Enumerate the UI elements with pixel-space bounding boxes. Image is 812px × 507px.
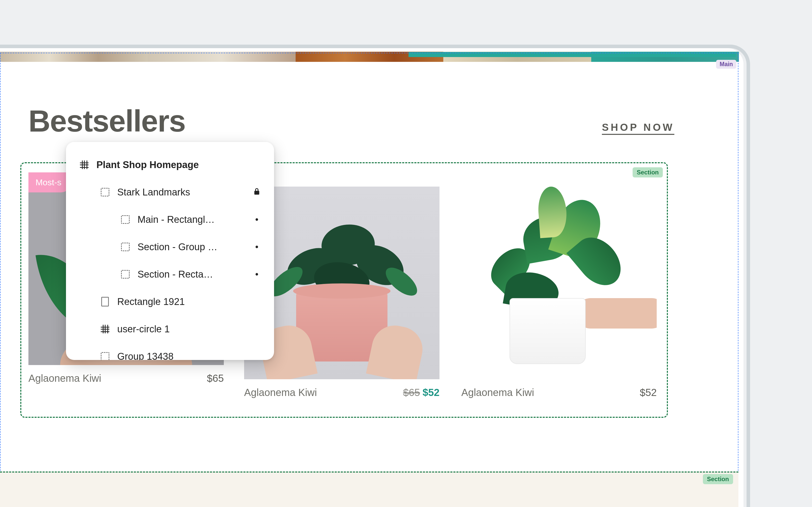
- product-price-old: $65: [403, 387, 420, 398]
- product-name: Aglaonema Kiwi: [244, 387, 317, 398]
- frame-icon: [99, 325, 111, 333]
- layer-label: Section - Group …: [138, 241, 252, 252]
- section-region-tag: Section: [632, 167, 663, 177]
- product-card[interactable]: Aglaonema Kiwi $52: [461, 186, 657, 398]
- layer-label: user-circle 1: [117, 324, 262, 335]
- layer-row[interactable]: Section - Group …: [66, 233, 274, 261]
- product-name: Aglaonema Kiwi: [461, 387, 534, 398]
- group-icon: [99, 188, 111, 196]
- group-icon: [119, 270, 132, 279]
- layer-label: Stark Landmarks: [117, 187, 252, 198]
- layer-row[interactable]: Stark Landmarks: [66, 178, 274, 206]
- lock-icon: [252, 187, 262, 198]
- dot-icon: [252, 214, 262, 225]
- layer-label: Plant Shop Homepage: [96, 160, 262, 170]
- dot-icon: [252, 241, 262, 252]
- layer-label: Group 13438: [117, 351, 262, 360]
- layer-row[interactable]: Group 13438: [66, 343, 274, 360]
- layer-row-root[interactable]: Plant Shop Homepage: [66, 151, 274, 178]
- product-image: [461, 186, 657, 379]
- layer-label: Section - Recta…: [138, 269, 252, 280]
- layer-row[interactable]: user-circle 1: [66, 315, 274, 343]
- dot-icon: [252, 269, 262, 280]
- page-title: Bestsellers: [29, 103, 185, 138]
- layer-row[interactable]: Section - Recta…: [66, 261, 274, 288]
- layer-label: Rectangle 1921: [117, 296, 262, 307]
- layer-label: Main - Rectangl…: [138, 214, 252, 225]
- product-price: $65: [207, 373, 224, 384]
- layer-tree-popover[interactable]: Plant Shop Homepage Stark Landmarks Main…: [66, 142, 274, 360]
- product-name: Aglaonema Kiwi: [29, 373, 101, 384]
- layer-row[interactable]: Rectangle 1921: [66, 288, 274, 315]
- bestseller-badge: Most-s: [29, 172, 71, 192]
- layer-row[interactable]: Main - Rectangl…: [66, 206, 274, 233]
- rectangle-icon: [99, 297, 111, 306]
- main-region-tag: Main: [716, 60, 737, 69]
- product-price: $65$52: [403, 387, 440, 398]
- section-region-outline-2: [0, 471, 739, 507]
- group-icon: [119, 215, 132, 224]
- group-icon: [119, 242, 132, 251]
- group-icon: [99, 352, 111, 360]
- shop-now-link[interactable]: SHOP NOW: [602, 122, 674, 133]
- product-price-new: $52: [422, 387, 440, 398]
- section-region-tag-2: Section: [703, 474, 733, 484]
- frame-icon: [78, 161, 90, 169]
- product-price: $52: [640, 387, 657, 398]
